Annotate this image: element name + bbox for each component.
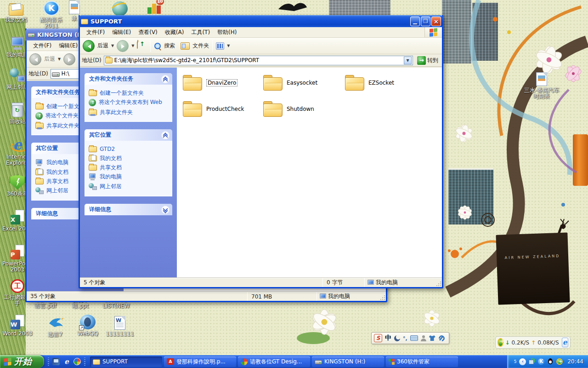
back-label: 后退 (97, 42, 108, 50)
network-speed-widget[interactable]: ↓ 0.2K/S ↑ 0.08K/S e (495, 336, 571, 349)
menu-tools[interactable]: 工具(T) (187, 27, 214, 38)
desktop-icon-webqq[interactable]: ↗ WebQQ (72, 315, 104, 337)
place-network[interactable]: 网上邻居 (89, 182, 168, 191)
folder-icon (81, 19, 88, 24)
desktop-icon-xunlei[interactable]: 迅雷7 (39, 316, 71, 338)
folder-item-easysocket[interactable]: Easysocket (263, 72, 342, 93)
soft-keyboard-icon[interactable] (410, 335, 418, 341)
sogou-icon[interactable]: S (374, 334, 382, 342)
place-my-documents[interactable]: 我的文档 (89, 154, 168, 163)
minimize-button[interactable]: ▁ (410, 17, 420, 26)
ime-settings-icon[interactable] (438, 335, 444, 341)
desktop-icon-sanshui[interactable]: 三水-番禺汽车时刻表 (524, 72, 560, 99)
taskbar-button-360-manager[interactable]: 360软件管家 (386, 356, 458, 367)
ie-launcher-icon[interactable]: e (562, 338, 568, 347)
back-dropdown-icon[interactable]: ▼ (111, 44, 114, 48)
tasks-panel-header[interactable]: 文件和文件夹任务 (85, 73, 172, 85)
views-icon[interactable] (216, 42, 224, 50)
network-tray-icon[interactable] (529, 358, 535, 365)
folder-item-shutdown[interactable]: Shutdown (263, 98, 342, 120)
folder-item-ezsocket[interactable]: EZSocket (345, 72, 424, 93)
show-desktop-icon[interactable] (52, 358, 60, 365)
menu-file[interactable]: 文件(F) (83, 27, 108, 38)
start-label: 开始 (14, 356, 32, 368)
icbc-icon: 工 (11, 279, 24, 293)
details-header[interactable]: 详细信息 (85, 204, 172, 215)
go-button[interactable]: →转到 (415, 56, 440, 65)
desktop-icon-word[interactable]: W Word 2003 (1, 315, 34, 337)
ime-fullwidth-icon[interactable] (394, 335, 400, 341)
360-tray-icon[interactable] (556, 358, 563, 365)
folders-icon[interactable] (181, 42, 190, 50)
desktop-icon-chart10-app[interactable]: 10 (138, 0, 170, 15)
collapse-icon[interactable] (161, 75, 170, 83)
search-icon[interactable] (154, 42, 161, 50)
place-gtd2[interactable]: GTD2 (89, 144, 168, 154)
forward-button[interactable] (117, 40, 129, 52)
menu-view[interactable]: 查看(V) (135, 27, 161, 38)
support-statusbar: 5 个对象 0 字节 我的电脑 (80, 278, 442, 287)
ime-skin-icon[interactable] (429, 335, 435, 341)
ie-quicklaunch-icon[interactable]: e (63, 358, 70, 365)
task-new-folder[interactable]: 创建一个新文件夹 (89, 88, 168, 98)
close-button[interactable]: × (431, 17, 441, 26)
back-button[interactable] (29, 53, 41, 65)
drive-icon (52, 72, 60, 77)
start-button[interactable]: 开始 (0, 355, 44, 368)
address-dropdown-icon[interactable]: ▼ (404, 57, 412, 64)
ime-punctuation[interactable]: °, (403, 335, 407, 341)
upload-arrow-icon: ↑ (531, 339, 536, 346)
menu-help[interactable]: 帮助(H) (214, 27, 240, 38)
folder-item-productcheck[interactable]: ProductCheck (183, 98, 262, 120)
network-icon (89, 183, 97, 190)
resize-grip[interactable] (435, 281, 441, 287)
toolbar-handle[interactable] (48, 357, 49, 366)
tray-collapse-icon[interactable]: ‹ (519, 358, 526, 365)
maximize-button[interactable]: ❒ (421, 17, 430, 26)
menu-edit[interactable]: 编辑(E) (108, 27, 135, 38)
place-my-computer[interactable]: 我的电脑 (89, 172, 168, 182)
support-taskpane: 文件和文件夹任务 创建一个新文件夹 将这个文件夹发布到 Web 共享此文件夹 其… (80, 68, 177, 278)
quick-launch: e (44, 357, 89, 366)
recycle-bin-icon (12, 104, 23, 117)
support-window: SUPPORT ▁ ❒ × 文件(F) 编辑(E) 查看(V) 收藏(A) 工具… (79, 15, 443, 288)
taskbar-button-gt-designer[interactable]: 请教各位GT Desig... (238, 356, 310, 367)
qq-tray-icon[interactable] (547, 358, 554, 365)
ime-account-icon[interactable] (421, 335, 426, 341)
status-size: 0 字节 (323, 278, 364, 287)
menu-edit[interactable]: 编辑(E) (55, 40, 81, 51)
back-button[interactable] (83, 40, 95, 52)
kugou-tray-icon[interactable]: K (538, 358, 544, 365)
download-speed: 0.2K/S (512, 339, 530, 346)
desktop-icon-my-documents[interactable]: 我的文档 (0, 2, 32, 23)
folder-item-dnavizero[interactable]: DnaviZero (183, 72, 262, 93)
task-publish-web[interactable]: 将这个文件夹发布到 Web (89, 98, 168, 108)
expand-icon[interactable] (161, 206, 170, 214)
place-shared-documents[interactable]: 共享文档 (89, 163, 168, 172)
collapse-icon[interactable] (161, 131, 170, 139)
taskbar-button-support[interactable]: SUPPORT (90, 356, 162, 367)
forward-button[interactable] (63, 53, 75, 65)
taskbar-button-pdf[interactable]: A 發那科操作說明.p... (164, 356, 236, 367)
other-places-header[interactable]: 其它位置 (85, 129, 172, 141)
drive-icon (315, 360, 322, 364)
forward-dropdown-icon[interactable]: ▼ (131, 44, 134, 48)
pinwheel-browser-icon[interactable] (74, 358, 81, 365)
back-dropdown-icon[interactable]: ▼ (58, 57, 61, 61)
menu-file[interactable]: 文件(F) (29, 40, 55, 51)
task-share-folder[interactable]: 共享此文件夹 (89, 108, 168, 117)
up-button[interactable] (137, 42, 147, 50)
desktop-icon-11111111[interactable]: 11111111 (104, 316, 136, 337)
toolbar-handle[interactable] (84, 357, 85, 366)
address-input[interactable]: E:\南海\plc软件\sw2d5c-gtd2-e_2101f\GTD2\SUP… (104, 56, 413, 65)
status-location: 我的电脑 (317, 292, 386, 301)
views-dropdown-icon[interactable]: ▼ (227, 44, 230, 48)
menu-favorites[interactable]: 收藏(A) (161, 27, 188, 38)
desktop-icon-globe-app[interactable] (104, 1, 136, 16)
system-tray: 5 ‹ K 20:44 (507, 355, 588, 368)
taskbar-button-kingston[interactable]: KINGSTON (H:) (312, 356, 384, 367)
ime-chinese-mode[interactable]: 中 (385, 334, 391, 342)
support-titlebar[interactable]: SUPPORT ▁ ❒ × (79, 15, 443, 27)
shared-documents-icon (35, 178, 44, 184)
resize-grip[interactable] (379, 294, 385, 300)
